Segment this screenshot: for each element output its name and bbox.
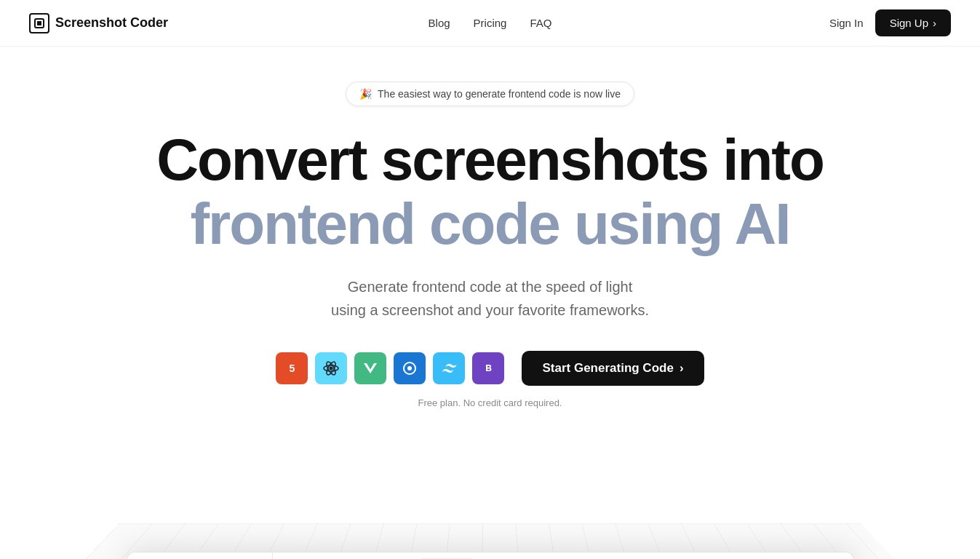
framework-react: [315, 352, 347, 384]
nav-logo[interactable]: Screenshot Coder: [29, 13, 168, 33]
cta-button-label: Start Generating Code: [542, 361, 673, 376]
hero-title-line1: Convert screenshots into: [156, 130, 824, 191]
badge-emoji: 🎉: [359, 88, 372, 100]
hero-subtitle: Generate frontend code at the speed of l…: [331, 275, 649, 322]
cta-arrow-icon: ›: [680, 361, 684, 376]
framework-angular: [394, 352, 426, 384]
navbar: Screenshot Coder Blog Pricing FAQ Sign I…: [0, 0, 980, 47]
logo-text: Screenshot Coder: [55, 15, 168, 31]
frameworks-list: 5: [276, 352, 504, 384]
logo-icon: [29, 13, 49, 33]
svg-rect-1: [37, 21, 41, 25]
badge-text: The easiest way to generate frontend cod…: [378, 88, 621, 100]
start-generating-button[interactable]: Start Generating Code ›: [522, 351, 704, 386]
hero-badge: 🎉 The easiest way to generate frontend c…: [346, 82, 634, 106]
hero-section: 🎉 The easiest way to generate frontend c…: [0, 47, 980, 432]
nav-link-pricing[interactable]: Pricing: [474, 17, 507, 29]
nav-actions: Sign In Sign Up ›: [829, 9, 951, 36]
nav-link-faq[interactable]: FAQ: [530, 17, 551, 29]
sign-up-button[interactable]: Sign Up ›: [875, 9, 951, 36]
nav-links: Blog Pricing FAQ: [429, 17, 552, 29]
perspective-section: Screenshot Coder 🖥 Desktop 📱 Mobile ⬜ Co…: [0, 432, 980, 559]
app-topbar: Screenshot Coder 🖥 Desktop 📱 Mobile ⬜ Co…: [127, 552, 853, 559]
cta-row: 5: [276, 351, 704, 386]
app-logo-area: Screenshot Coder: [127, 552, 273, 560]
framework-html5: 5: [276, 352, 308, 384]
svg-point-2: [330, 367, 333, 370]
svg-point-9: [407, 366, 412, 370]
framework-tailwind: [433, 352, 465, 384]
free-plan-note: Free plan. No credit card required.: [418, 397, 562, 408]
app-preview: Screenshot Coder 🖥 Desktop 📱 Mobile ⬜ Co…: [127, 552, 854, 559]
nav-link-blog[interactable]: Blog: [429, 17, 450, 29]
hero-title-line2: frontend code using AI: [190, 194, 789, 255]
framework-vue: [354, 352, 386, 384]
sign-up-arrow-icon: ›: [933, 17, 936, 29]
sign-in-link[interactable]: Sign In: [829, 17, 864, 29]
framework-bootstrap: [472, 352, 504, 384]
